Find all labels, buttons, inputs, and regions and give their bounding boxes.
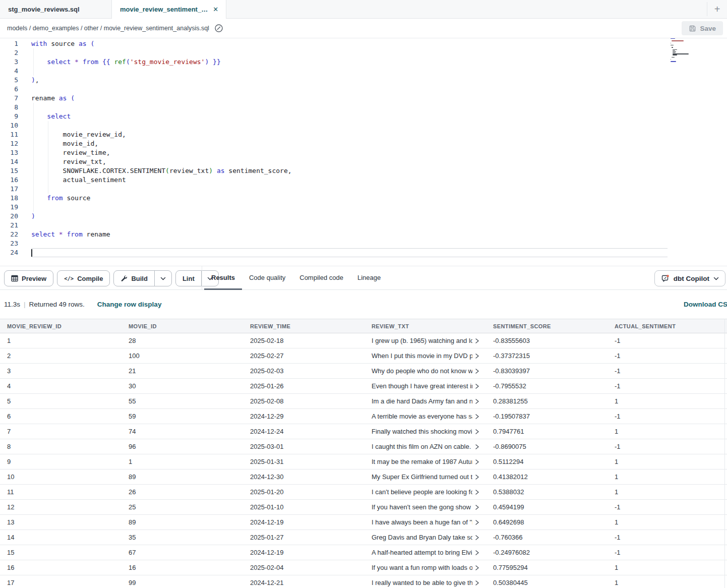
expand-cell-icon[interactable] <box>474 459 480 465</box>
review-text: Why do people who do not know what… <box>372 367 472 375</box>
line-number: 17 <box>0 185 18 194</box>
line-text: from source <box>31 194 90 203</box>
expand-cell-icon[interactable] <box>474 368 480 374</box>
expand-cell-icon[interactable] <box>474 444 480 450</box>
tab-movie-review-sentiment[interactable]: movie_review_sentiment_… ✕ <box>112 0 226 19</box>
code-line[interactable]: 16 actual_sentiment <box>0 175 727 185</box>
review_time-cell: 2024-12-19 <box>243 545 365 560</box>
code-line[interactable]: 17 <box>0 185 727 194</box>
change-row-display-link[interactable]: Change row display <box>97 301 162 308</box>
code-line[interactable]: 24 <box>0 248 727 257</box>
line-number: 23 <box>0 239 18 248</box>
dbt-copilot-button[interactable]: dbt Copilot <box>654 270 725 286</box>
review_time-cell: 2025-02-27 <box>243 348 365 363</box>
line-text: ) <box>31 212 35 221</box>
code-line[interactable]: 14 review_txt, <box>0 157 727 166</box>
expand-cell-icon[interactable] <box>474 550 480 556</box>
movie_review_id-cell: 12 <box>0 500 122 514</box>
lint-button[interactable]: Lint <box>176 271 201 286</box>
line-number: 13 <box>0 148 18 157</box>
copilot-label: dbt Copilot <box>674 275 709 282</box>
movie_review_id-cell: 1 <box>0 333 122 348</box>
expand-cell-icon[interactable] <box>474 414 480 420</box>
preview-button[interactable]: Preview <box>4 270 53 286</box>
expand-cell-icon[interactable] <box>474 489 480 495</box>
expand-cell-icon[interactable] <box>474 565 480 571</box>
code-line[interactable]: 8 <box>0 103 727 112</box>
expand-cell-icon[interactable] <box>474 474 480 480</box>
compile-button[interactable]: </> Compile <box>57 270 110 286</box>
expand-cell-icon[interactable] <box>474 338 480 344</box>
column-header: SENTIMENT_SCORE <box>486 319 608 333</box>
actual_sentiment-cell: 1 <box>608 575 727 588</box>
review_txt-cell: If you haven't seen the gong show TV s… <box>365 500 486 514</box>
code-line[interactable]: 21 <box>0 221 727 230</box>
file-state-icon[interactable] <box>214 24 223 33</box>
code-line[interactable]: 11 movie_review_id, <box>0 130 727 139</box>
code-line[interactable]: 19 <box>0 203 727 212</box>
code-line[interactable]: 7rename as ( <box>0 94 727 103</box>
code-line[interactable]: 23 <box>0 239 727 248</box>
tab-label: Lineage <box>357 274 381 281</box>
tab-code-quality[interactable]: Code quality <box>242 266 292 290</box>
tab-results[interactable]: Results <box>204 266 242 290</box>
movie_id-cell: 35 <box>122 530 243 545</box>
close-icon[interactable]: ✕ <box>213 6 218 13</box>
code-line[interactable]: 20) <box>0 212 727 221</box>
code-line[interactable]: 18 from source <box>0 194 727 203</box>
line-number: 8 <box>0 103 18 112</box>
sentiment_score-cell: 0.7947761 <box>486 424 608 439</box>
tab-stg-movie-reviews[interactable]: stg_movie_reviews.sql <box>0 0 112 18</box>
code-line[interactable]: 12 movie_id, <box>0 139 727 148</box>
new-tab-icon[interactable]: + <box>707 0 727 18</box>
review-text: I grew up (b. 1965) watching and lovin… <box>372 337 472 344</box>
expand-cell-icon[interactable] <box>474 535 480 541</box>
code-line[interactable]: 4 <box>0 67 727 76</box>
line-number: 22 <box>0 230 18 239</box>
expand-cell-icon[interactable] <box>474 519 480 525</box>
code-line[interactable]: 13 review_time, <box>0 148 727 157</box>
code-line[interactable]: 3 select * from {{ ref('stg_movie_review… <box>0 57 727 67</box>
review_txt-cell: I really wanted to be able to give this … <box>365 575 486 588</box>
code-line[interactable]: 15 SNOWFLAKE.CORTEX.SENTIMENT(review_txt… <box>0 166 727 175</box>
code-line[interactable]: 10 <box>0 121 727 130</box>
tab-lineage[interactable]: Lineage <box>350 266 388 290</box>
expand-cell-icon[interactable] <box>474 353 480 359</box>
expand-cell-icon[interactable] <box>474 429 480 435</box>
review_time-cell: 2024-12-24 <box>243 424 365 439</box>
sentiment_score-cell: -0.24976082 <box>486 545 608 560</box>
code-line[interactable]: 22select * from rename <box>0 230 727 239</box>
code-line[interactable]: 6 <box>0 85 727 94</box>
movie_id-cell: 55 <box>122 394 243 408</box>
review-text: Finally watched this shocking movie la… <box>372 428 472 435</box>
code-line[interactable]: 9 select <box>0 112 727 121</box>
code-line[interactable]: 5), <box>0 76 727 85</box>
movie_id-cell: 89 <box>122 469 243 484</box>
tab-label: Compiled code <box>299 274 343 281</box>
code-line[interactable]: 1with source as ( <box>0 39 727 48</box>
review_time-cell: 2025-01-20 <box>243 485 365 499</box>
movie_id-cell: 89 <box>122 515 243 530</box>
expand-cell-icon[interactable] <box>474 383 480 389</box>
sentiment_score-cell: 0.28381255 <box>486 394 608 408</box>
download-csv-link[interactable]: Download CSV <box>684 301 727 308</box>
review-text: I really wanted to be able to give this … <box>372 579 472 586</box>
save-button[interactable]: Save <box>682 21 723 35</box>
table-row: 10892024-12-30My Super Ex Girlfriend tur… <box>0 469 727 485</box>
line-number: 15 <box>0 166 18 175</box>
movie_id-cell: 99 <box>122 575 243 588</box>
build-button[interactable]: Build <box>114 271 154 286</box>
movie_review_id-cell: 17 <box>0 575 122 588</box>
code-editor[interactable]: 1with source as (23 select * from {{ ref… <box>0 38 727 266</box>
tab-compiled-code[interactable]: Compiled code <box>292 266 350 290</box>
movie_review_id-cell: 6 <box>0 409 122 424</box>
line-text: select * from {{ ref('stg_movie_reviews'… <box>31 57 221 67</box>
sentiment_score-cell: -0.19507837 <box>486 409 608 424</box>
build-dropdown-button[interactable] <box>154 271 171 286</box>
expand-cell-icon[interactable] <box>474 504 480 510</box>
expand-cell-icon[interactable] <box>474 398 480 404</box>
actual_sentiment-cell: -1 <box>608 500 727 514</box>
code-line[interactable]: 2 <box>0 48 727 57</box>
breadcrumb[interactable]: models / demo_examples / other / movie_r… <box>7 25 209 32</box>
expand-cell-icon[interactable] <box>474 580 480 586</box>
